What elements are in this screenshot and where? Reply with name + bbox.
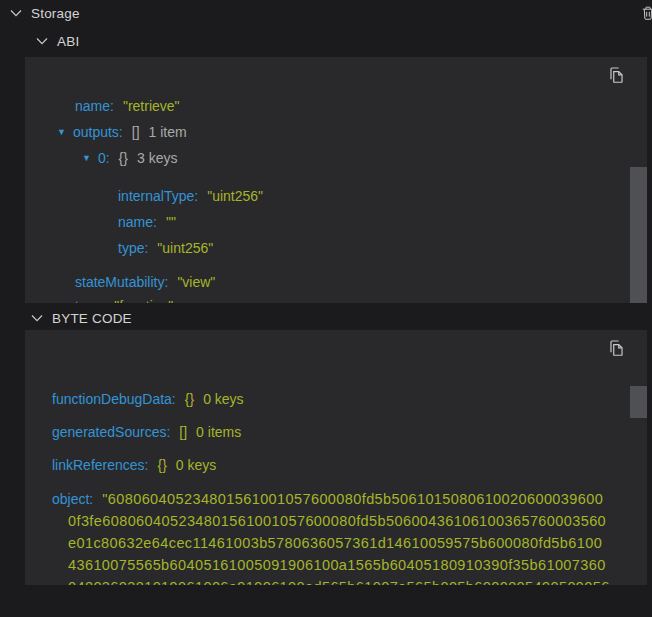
json-row-internaltype: internalType: "uint256" (118, 188, 263, 205)
json-brackets: [] (179, 424, 187, 441)
copy-icon[interactable] (606, 65, 625, 84)
json-key: type: (75, 298, 105, 303)
json-row-statemutability: stateMutability: "view" (75, 274, 215, 291)
json-value: "uint256" (207, 188, 263, 205)
bytecode-hex-line: 43610075565b60405161005091906100a1565b60… (68, 557, 606, 574)
json-item-count: 0 keys (203, 391, 243, 408)
json-key: type: (118, 240, 148, 257)
collapse-arrow-icon[interactable]: ▼ (57, 124, 66, 141)
trash-icon[interactable] (640, 5, 652, 21)
json-brackets: {} (158, 457, 167, 474)
json-value: "uint256" (157, 240, 213, 257)
abi-header[interactable]: ABI (0, 30, 652, 52)
chevron-down-icon[interactable] (9, 6, 23, 20)
copy-icon[interactable] (606, 338, 625, 357)
json-row-generatedsources: generatedSources: [] 0 items (52, 424, 241, 441)
bytecode-hex-line-clipped: 0480360381019061006e91906100ed565b61007e… (68, 579, 610, 585)
json-item-count: 0 keys (176, 457, 216, 474)
json-key: 0: (98, 150, 110, 167)
chevron-down-icon[interactable] (35, 34, 49, 48)
json-item-count: 3 keys (137, 150, 177, 167)
json-row-name: name: "retrieve" (75, 98, 180, 115)
json-key: internalType: (118, 188, 198, 205)
scrollbar-thumb[interactable] (630, 386, 647, 418)
scrollbar-thumb[interactable] (630, 167, 647, 303)
bytecode-hex-line: 0f3fe608060405234801561001057600080fd5b5… (68, 513, 606, 530)
storage-section-title: Storage (31, 6, 80, 21)
json-key: outputs: (73, 124, 123, 141)
json-value: "view" (177, 274, 215, 291)
json-brackets: {} (119, 150, 128, 167)
chevron-down-icon[interactable] (30, 311, 44, 325)
json-key: name: (118, 214, 157, 231)
json-brackets: {} (185, 391, 194, 408)
json-row-0: ▼ 0: {} 3 keys (82, 150, 177, 167)
json-item-count: 0 items (196, 424, 241, 441)
bytecode-section-title: BYTE CODE (52, 311, 132, 326)
storage-header[interactable]: Storage (0, 2, 652, 24)
json-brackets: [] (132, 124, 140, 141)
bytecode-header[interactable]: BYTE CODE (0, 307, 652, 329)
json-row-linkreferences: linkReferences: {} 0 keys (52, 457, 216, 474)
json-key: generatedSources: (52, 424, 170, 441)
json-row-object: object: "608060405234801561001057600080f… (52, 491, 603, 508)
json-row-type-clipped: type: "function" (75, 298, 173, 303)
json-row-name2: name: "" (118, 214, 176, 231)
json-item-count: 1 item (149, 124, 187, 141)
bytecode-hex-line: e01c80632e64cec11461003b5780636057361d14… (68, 535, 602, 552)
json-row-outputs: ▼ outputs: [] 1 item (57, 124, 187, 141)
json-key: linkReferences: (52, 457, 149, 474)
json-row-type: type: "uint256" (118, 240, 213, 257)
collapse-arrow-icon[interactable]: ▼ (82, 150, 91, 167)
abi-json-viewer: name: "retrieve" ▼ outputs: [] 1 item ▼ … (25, 57, 647, 303)
json-value: "" (166, 214, 176, 231)
bytecode-json-viewer: functionDebugData: {} 0 keys generatedSo… (25, 330, 647, 585)
json-key: object: (52, 491, 93, 508)
json-value: "function" (114, 298, 173, 303)
json-value: "retrieve" (123, 98, 180, 115)
bytecode-hex-line: "608060405234801561001057600080fd5b50610… (102, 491, 603, 508)
json-row-functiondebugdata: functionDebugData: {} 0 keys (52, 391, 244, 408)
json-key: name: (75, 98, 114, 115)
json-key: functionDebugData: (52, 391, 176, 408)
json-key: stateMutability: (75, 274, 168, 291)
abi-section-title: ABI (57, 34, 79, 49)
